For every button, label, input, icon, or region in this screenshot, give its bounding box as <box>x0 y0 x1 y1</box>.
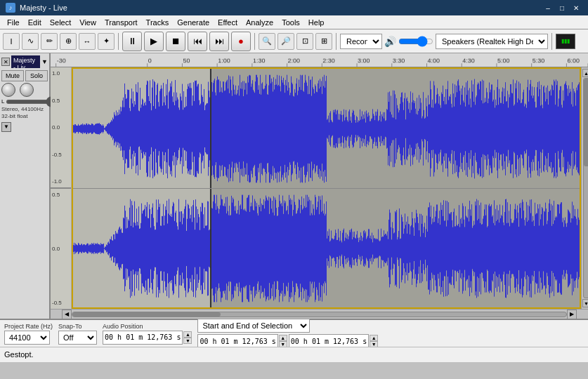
y-center-1: 0.0 <box>52 124 70 131</box>
waveform-top-canvas <box>73 69 580 189</box>
output-device-select[interactable]: Speakers (Realtek High Defi <box>436 34 548 49</box>
audio-pos-down[interactable]: ▼ <box>183 338 192 344</box>
toolbar-sep-3 <box>336 33 337 50</box>
outer-track-area: 1.0 0.5 0.0 -0.5 -1.0 0.5 0.0 -0.5 <box>51 67 588 309</box>
level-meter: ▮▮▮ <box>556 34 575 49</box>
sel-end-up[interactable]: ▲ <box>370 335 378 341</box>
waveform-tracks[interactable] <box>72 67 581 309</box>
y-top-2: 0.5 <box>52 192 70 198</box>
transport-stop[interactable]: ⏹ <box>166 32 185 51</box>
project-rate-select[interactable]: 44100 <box>4 331 50 345</box>
y-axis: 1.0 0.5 0.0 -0.5 -1.0 0.5 0.0 -0.5 <box>51 67 72 309</box>
waveform-bottom-canvas <box>73 189 580 308</box>
sel-end-arrows[interactable]: ▲ ▼ <box>370 335 378 347</box>
hscroll-track <box>72 312 567 317</box>
snap-to-label: Snap-To <box>58 323 97 330</box>
menu-item-select[interactable]: Select <box>46 17 76 28</box>
app-icon: ♪ <box>6 3 15 13</box>
menu-item-effect[interactable]: Effect <box>214 17 242 28</box>
sel-start-display: 00 h 01 m 12,763 s <box>197 334 277 348</box>
main-area: ✕ Majesty - Liv ▼ Mute Solo L R Stereo, … <box>0 53 588 319</box>
menu-item-file[interactable]: File <box>3 17 24 28</box>
zoom-sel[interactable]: ⊞ <box>315 33 332 50</box>
transport-skipend[interactable]: ⏭ <box>209 32 229 51</box>
transport-skipback[interactable]: ⏮ <box>188 32 207 51</box>
vscroll-thumb[interactable] <box>584 79 589 166</box>
timeline-ruler <box>51 53 588 67</box>
hscroll-right[interactable]: ▶ <box>567 310 577 319</box>
hscroll-left[interactable]: ◀ <box>62 310 72 319</box>
volume-icon: 🔊 <box>384 36 396 47</box>
transport-record[interactable]: ● <box>231 32 251 51</box>
close-button[interactable]: ✕ <box>570 2 582 13</box>
window-controls[interactable]: – □ ✕ <box>542 2 582 13</box>
menu-item-transport[interactable]: Transport <box>100 17 142 28</box>
audio-pos-label: Audio Position <box>103 323 192 330</box>
selection-group: Start and End of Selection 00 h 01 m 12,… <box>197 319 378 348</box>
maximize-button[interactable]: □ <box>556 2 568 13</box>
tool-timeshift[interactable]: ↔ <box>79 33 96 50</box>
sel-start-arrows[interactable]: ▲ ▼ <box>279 335 287 347</box>
y-mid-neg-1: -0.5 <box>52 152 70 158</box>
tool-envelope[interactable]: ∿ <box>22 33 39 50</box>
y-center-2: 0.0 <box>52 246 70 252</box>
waveform-bottom <box>73 189 580 308</box>
track-info: Stereo, 44100Hz 32-bit float <box>1 106 48 121</box>
toolbar-sep-2 <box>254 33 255 50</box>
vscroll-track <box>583 78 589 298</box>
left-label: L <box>1 98 4 105</box>
tool-multitool[interactable]: ✦ <box>98 33 115 50</box>
menu-item-help[interactable]: Help <box>304 17 329 28</box>
audio-pos-up[interactable]: ▲ <box>183 331 192 338</box>
tool-select[interactable]: I <box>3 33 20 50</box>
track-menu-arrow[interactable]: ▼ <box>41 58 48 65</box>
bottom-area: Project Rate (Hz) 44100 Snap-To Off Audi… <box>0 319 588 362</box>
menu-item-view[interactable]: View <box>75 17 100 28</box>
snap-to-group: Snap-To Off <box>58 323 97 345</box>
zoom-fit[interactable]: ⊡ <box>296 33 313 50</box>
audio-pos-display: 00 h 01 m 12,763 s <box>103 331 183 345</box>
track-name[interactable]: Majesty - Liv <box>11 55 40 68</box>
ruler-canvas <box>51 53 588 67</box>
track-mute-solo: Mute Solo <box>1 70 48 81</box>
snap-to-select[interactable]: Off <box>58 331 97 345</box>
pan-knob[interactable] <box>20 83 34 97</box>
selection-mode-select[interactable]: Start and End of Selection <box>197 319 310 333</box>
volume-slider[interactable] <box>398 36 433 47</box>
zoom-in[interactable]: 🔍 <box>259 33 275 50</box>
menu-item-tools[interactable]: Tools <box>277 17 304 28</box>
tool-draw[interactable]: ✏ <box>41 33 58 50</box>
y-bot-2: -0.5 <box>52 300 70 306</box>
vscroll-up[interactable]: ▲ <box>582 69 589 77</box>
vscroll-down[interactable]: ▼ <box>582 299 589 307</box>
project-rate-group: Project Rate (Hz) 44100 <box>4 323 53 345</box>
timeline-waveform: 1.0 0.5 0.0 -0.5 -1.0 0.5 0.0 -0.5 <box>51 53 588 319</box>
menu-item-generate[interactable]: Generate <box>173 17 214 28</box>
controls-row: Project Rate (Hz) 44100 Snap-To Off Audi… <box>0 320 588 347</box>
status-bar: Gestopt. <box>0 347 588 361</box>
zoom-out[interactable]: 🔎 <box>277 33 294 50</box>
track-collapse-button[interactable]: ▼ <box>1 122 11 132</box>
input-device-select[interactable]: Recon <box>340 34 382 49</box>
minimize-button[interactable]: – <box>542 2 554 13</box>
sel-start-up[interactable]: ▲ <box>279 335 287 341</box>
transport-play[interactable]: ▶ <box>144 32 164 51</box>
toolbar-sep-1 <box>118 33 119 50</box>
gain-knob[interactable] <box>1 83 15 97</box>
vertical-scrollbar[interactable]: ▲ ▼ <box>581 67 588 309</box>
transport-pause[interactable]: ⏸ <box>122 32 142 51</box>
solo-button[interactable]: Solo <box>25 70 48 81</box>
window-title: Majesty - Live <box>20 4 67 12</box>
horizontal-scrollbar[interactable]: ◀ ▶ <box>51 309 588 319</box>
menu-item-analyze[interactable]: Analyze <box>242 17 277 28</box>
lr-slider-row: L R <box>1 98 48 105</box>
tool-zoom[interactable]: ⊕ <box>60 33 77 50</box>
menu-item-edit[interactable]: Edit <box>24 17 46 28</box>
waveform-top <box>73 69 580 189</box>
mute-button[interactable]: Mute <box>1 70 24 81</box>
audio-pos-arrows[interactable]: ▲ ▼ <box>183 331 192 344</box>
hscroll-thumb[interactable] <box>72 312 221 317</box>
track-close-button[interactable]: ✕ <box>1 58 10 66</box>
menu-item-tracks[interactable]: Tracks <box>142 17 174 28</box>
title-bar-left: ♪ Majesty - Live <box>6 3 67 13</box>
